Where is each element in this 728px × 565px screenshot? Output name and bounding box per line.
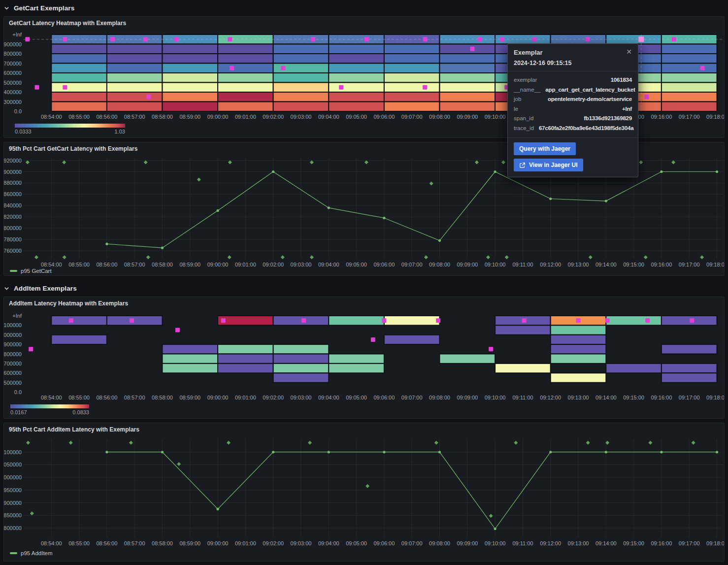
additem-heatmap-plot[interactable]: +Inf110000010000009000008000007000006000…	[4, 297, 724, 418]
svg-text:700000: 700000	[4, 361, 22, 366]
svg-text:09:18:00: 09:18:00	[706, 395, 724, 400]
svg-text:850000: 850000	[4, 512, 22, 518]
svg-text:300000: 300000	[4, 99, 22, 105]
svg-text:840000: 840000	[4, 202, 22, 208]
svg-text:09:00:00: 09:00:00	[207, 540, 229, 546]
svg-text:09:14:00: 09:14:00	[596, 540, 617, 546]
svg-text:08:57:00: 08:57:00	[124, 395, 145, 400]
svg-text:08:56:00: 08:56:00	[96, 540, 117, 546]
svg-text:09:04:00: 09:04:00	[318, 540, 339, 546]
svg-text:09:06:00: 09:06:00	[373, 395, 395, 400]
svg-text:09:02:00: 09:02:00	[263, 540, 284, 546]
svg-text:08:56:00: 08:56:00	[96, 395, 117, 400]
svg-text:860000: 860000	[4, 191, 22, 197]
svg-text:09:01:00: 09:01:00	[235, 395, 256, 400]
svg-text:08:58:00: 08:58:00	[152, 540, 173, 546]
svg-text:0.0: 0.0	[14, 108, 22, 114]
svg-text:09:18:00: 09:18:00	[706, 540, 724, 546]
svg-text:09:15:00: 09:15:00	[623, 540, 644, 546]
svg-text:08:55:00: 08:55:00	[68, 540, 90, 546]
svg-text:800000: 800000	[4, 225, 22, 231]
svg-text:08:58:00: 08:58:00	[152, 114, 173, 120]
svg-text:09:08:00: 09:08:00	[429, 262, 450, 267]
tooltip-row: span_idfb1336d921369829	[514, 114, 632, 124]
svg-text:08:55:00: 08:55:00	[68, 262, 90, 267]
svg-text:09:08:00: 09:08:00	[429, 540, 450, 546]
exemplar-tooltip: Exemplar ✕ 2024-12-16 09:15:15 exemplar1…	[507, 43, 638, 177]
svg-text:09:09:00: 09:09:00	[457, 540, 478, 546]
additem-latency-plot[interactable]: 1100000105000010000009500009000008500008…	[4, 423, 724, 561]
svg-text:09:10:00: 09:10:00	[485, 114, 506, 120]
panel-title[interactable]: AddItem Latency Heatmap with Exemplars	[9, 300, 128, 307]
svg-text:09:03:00: 09:03:00	[291, 114, 312, 120]
tooltip-row: trace_id67c60fa2e2f0ba9e6e43d198f5de304a	[514, 124, 632, 133]
svg-text:08:56:00: 08:56:00	[96, 262, 117, 267]
svg-text:900000: 900000	[4, 341, 22, 347]
svg-text:09:13:00: 09:13:00	[568, 395, 589, 400]
svg-text:400000: 400000	[4, 89, 22, 95]
svg-text:09:01:00: 09:01:00	[235, 540, 256, 546]
svg-text:09:16:00: 09:16:00	[651, 262, 672, 267]
svg-text:600000: 600000	[4, 70, 22, 76]
svg-text:09:06:00: 09:06:00	[373, 114, 395, 120]
panel-additem-heatmap: AddItem Latency Heatmap with Exemplars +…	[3, 297, 725, 419]
svg-text:09:09:00: 09:09:00	[457, 114, 478, 120]
svg-text:09:02:00: 09:02:00	[263, 114, 284, 120]
svg-text:+Inf: +Inf	[12, 313, 22, 319]
svg-text:09:04:00: 09:04:00	[318, 395, 339, 400]
svg-text:820000: 820000	[4, 214, 22, 220]
svg-text:09:12:00: 09:12:00	[540, 395, 561, 400]
svg-text:1100000: 1100000	[4, 322, 22, 328]
svg-text:09:13:00: 09:13:00	[568, 262, 589, 267]
svg-text:09:02:00: 09:02:00	[263, 395, 284, 400]
panel-additem-latency: 95th Pct Cart AddItem Latency with Exemp…	[3, 423, 725, 562]
svg-text:500000: 500000	[4, 80, 22, 86]
svg-text:+Inf: +Inf	[12, 32, 22, 37]
panel-title[interactable]: 95th Pct Cart GetCart Latency with Exemp…	[9, 145, 137, 152]
chevron-down-icon[interactable]	[4, 286, 9, 291]
legend-p95-additem[interactable]: p95 AddItem	[10, 550, 53, 556]
view-in-jaeger-button[interactable]: View in Jaeger UI	[514, 159, 583, 171]
svg-text:09:18:00: 09:18:00	[706, 114, 724, 120]
tooltip-row: __name__app_cart_get_cart_latency_bucket	[514, 85, 632, 95]
close-icon[interactable]: ✕	[626, 49, 632, 55]
svg-text:08:57:00: 08:57:00	[124, 114, 145, 120]
svg-text:09:00:00: 09:00:00	[207, 395, 229, 400]
svg-text:09:08:00: 09:08:00	[429, 395, 450, 400]
svg-text:09:12:00: 09:12:00	[540, 540, 561, 546]
svg-text:08:54:00: 08:54:00	[41, 540, 62, 546]
svg-text:09:05:00: 09:05:00	[346, 262, 367, 267]
section-header-additem: AddItem Exemplars	[4, 282, 77, 295]
query-with-jaeger-button[interactable]: Query with Jaeger	[514, 142, 576, 155]
tooltip-header: Exemplar ✕ 2024-12-16 09:15:15	[508, 44, 638, 71]
svg-text:950000: 950000	[4, 487, 22, 493]
chevron-down-icon[interactable]	[4, 5, 9, 11]
panel-title[interactable]: 95th Pct Cart AddItem Latency with Exemp…	[9, 426, 139, 433]
svg-text:09:17:00: 09:17:00	[679, 395, 700, 400]
section-title[interactable]: GetCart Exemplars	[14, 4, 74, 12]
svg-text:09:07:00: 09:07:00	[401, 395, 423, 400]
svg-text:09:01:00: 09:01:00	[235, 262, 256, 267]
tooltip-timestamp: 2024-12-16 09:15:15	[514, 60, 632, 66]
svg-text:1000000: 1000000	[4, 332, 22, 338]
svg-text:09:08:00: 09:08:00	[429, 114, 450, 120]
svg-text:09:04:00: 09:04:00	[318, 114, 339, 120]
svg-text:760000: 760000	[4, 248, 22, 254]
svg-text:880000: 880000	[4, 180, 22, 186]
svg-text:08:54:00: 08:54:00	[41, 114, 62, 120]
svg-text:900000: 900000	[4, 169, 22, 175]
svg-text:1000000: 1000000	[4, 474, 22, 480]
svg-text:09:07:00: 09:07:00	[401, 262, 423, 267]
svg-text:09:10:00: 09:10:00	[485, 395, 506, 400]
svg-text:0.0333: 0.0333	[15, 129, 32, 134]
svg-text:08:54:00: 08:54:00	[41, 262, 62, 267]
svg-text:09:17:00: 09:17:00	[679, 540, 700, 546]
section-title[interactable]: AddItem Exemplars	[14, 285, 77, 292]
svg-text:09:06:00: 09:06:00	[373, 540, 395, 546]
panel-title[interactable]: GetCart Latency Heatmap with Exemplars	[9, 20, 126, 27]
svg-text:09:16:00: 09:16:00	[651, 114, 672, 120]
svg-text:09:18:00: 09:18:00	[706, 262, 724, 267]
tooltip-row: le+Inf	[514, 104, 632, 114]
legend-p95-getcart[interactable]: p95 GetCart	[10, 268, 52, 274]
svg-text:500000: 500000	[4, 380, 22, 386]
